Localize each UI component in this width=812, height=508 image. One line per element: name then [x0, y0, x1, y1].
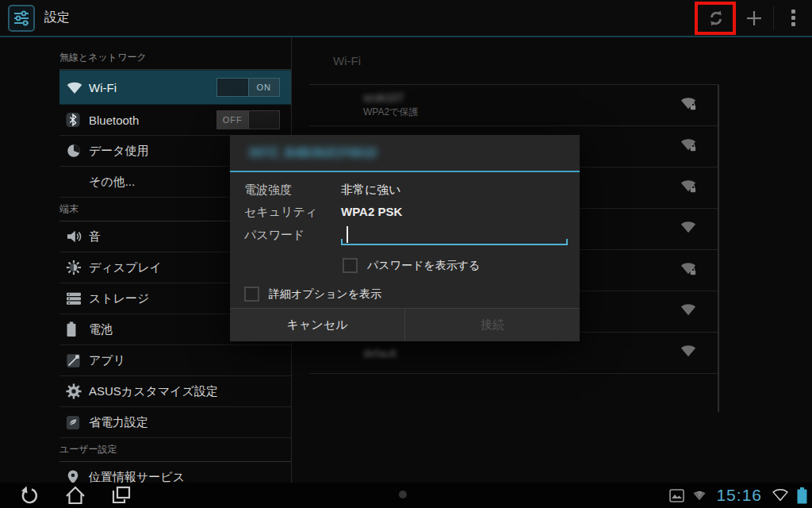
- network-ssid: scsk107: [363, 91, 404, 104]
- toggle-state-label: ON: [248, 79, 280, 96]
- section-user: ユーザー設定: [59, 438, 291, 462]
- network-ssid: default: [363, 347, 396, 360]
- screenshot-notification-icon: [669, 489, 684, 502]
- sidebar-item-label: 電池: [89, 322, 113, 337]
- connect-button[interactable]: 接続: [404, 309, 580, 341]
- refresh-icon: [707, 9, 726, 28]
- clock: 15:16: [716, 486, 762, 505]
- advanced-options-label: 詳細オプションを表示: [269, 287, 381, 302]
- wifi-panel-header: Wi-Fi: [309, 37, 718, 85]
- signal-strength-label: 電波強度: [244, 183, 341, 198]
- toggle-thumb: [217, 79, 248, 96]
- cancel-button[interactable]: キャンセル: [230, 309, 404, 341]
- home-button[interactable]: [57, 483, 94, 508]
- system-navigation-bar: ? 15:16: [0, 483, 812, 508]
- toggle-state-label: OFF: [217, 111, 249, 129]
- security-value: WPA2 PSK: [341, 205, 402, 220]
- sidebar-item-label: Bluetooth: [89, 114, 139, 127]
- toggle-thumb: [249, 111, 280, 129]
- location-pin-icon: [59, 469, 89, 483]
- apps-icon: [59, 353, 89, 368]
- plus-icon: [745, 9, 764, 28]
- wifi-signal-icon: [679, 220, 698, 239]
- overflow-menu-icon: [791, 10, 795, 26]
- sidebar-item-wifi[interactable]: Wi-Fi ON: [59, 70, 291, 105]
- sidebar-item-label: ASUSカスタマイズ設定: [89, 384, 218, 399]
- sidebar-item-label: 位置情報サービス: [89, 470, 185, 483]
- signal-strength-row: 電波強度 非常に強い: [230, 183, 580, 198]
- wifi-connect-dialog: 007Z_B4B362CF6610 電波強度 非常に強い セキュリティ WPA2…: [230, 135, 580, 341]
- wifi-signal-icon: [679, 302, 698, 321]
- sidebar-item-label: ディスプレイ: [89, 260, 162, 275]
- dialog-network-name: 007Z_B4B362CF6610: [249, 146, 377, 160]
- sidebar-item-bluetooth[interactable]: Bluetooth OFF: [59, 105, 291, 136]
- scrollbar[interactable]: [718, 85, 719, 412]
- page-title: 設定: [44, 10, 70, 26]
- gear-icon: [59, 383, 89, 399]
- text-cursor: [347, 226, 348, 243]
- wifi-signal-lock-icon: [679, 179, 698, 198]
- sidebar-item-label: データ使用: [89, 144, 149, 159]
- wifi-outline-icon: [771, 488, 790, 502]
- sidebar-item-power-save[interactable]: 省電力設定: [59, 407, 291, 438]
- display-brightness-icon: [59, 260, 89, 275]
- security-row: セキュリティ WPA2 PSK: [230, 205, 580, 220]
- dialog-title-bar: 007Z_B4B362CF6610: [230, 135, 580, 172]
- sidebar-item-label: 省電力設定: [89, 415, 148, 430]
- sidebar-item-asus-custom[interactable]: ASUSカスタマイズ設定: [59, 376, 291, 407]
- wifi-signal-lock-icon: [679, 96, 698, 115]
- sidebar-item-label: 音: [89, 229, 101, 244]
- storage-icon: [59, 291, 89, 306]
- sidebar-item-label: Wi-Fi: [89, 81, 117, 94]
- sidebar-item-label: その他...: [89, 175, 135, 190]
- svg-text:?: ?: [698, 489, 702, 497]
- home-icon: [65, 486, 86, 505]
- bluetooth-icon: [59, 112, 89, 128]
- power-save-leaf-icon: [59, 414, 89, 430]
- recent-apps-icon: [111, 486, 132, 505]
- security-label: セキュリティ: [244, 205, 341, 220]
- show-password-option[interactable]: パスワードを表示する: [343, 258, 480, 273]
- data-usage-icon: [59, 143, 89, 159]
- signal-strength-value: 非常に強い: [341, 183, 401, 198]
- status-tray[interactable]: ? 15:16: [669, 483, 807, 508]
- back-button[interactable]: [11, 483, 48, 508]
- overflow-menu-button[interactable]: [774, 0, 812, 36]
- wifi-signal-lock-icon: [679, 261, 698, 280]
- battery-icon: [59, 321, 89, 337]
- sound-icon: [59, 229, 89, 244]
- wifi-signal-lock-icon: [679, 137, 698, 156]
- sidebar-item-apps[interactable]: アプリ: [59, 345, 291, 376]
- show-password-checkbox[interactable]: [343, 258, 358, 273]
- sliders-icon: [12, 9, 31, 28]
- section-wireless: 無線とネットワーク: [59, 37, 291, 70]
- password-input[interactable]: [341, 225, 568, 245]
- network-security-label: WPA2で保護: [363, 106, 718, 119]
- android-settings-screen: { "app_bar": { "title": "設定", "refresh_i…: [0, 0, 812, 508]
- show-password-label: パスワードを表示する: [367, 259, 480, 273]
- wifi-network-row[interactable]: scsk107 WPA2で保護: [309, 85, 718, 126]
- sidebar-item-location[interactable]: 位置情報サービス: [59, 462, 291, 483]
- action-bar: 設定: [0, 0, 812, 37]
- wifi-signal-icon: [679, 344, 698, 363]
- wifi-icon: [59, 81, 89, 94]
- sidebar-item-label: ストレージ: [89, 291, 149, 306]
- dialog-button-bar: キャンセル 接続: [230, 308, 580, 341]
- back-icon: [19, 486, 40, 505]
- add-network-button[interactable]: [735, 0, 773, 36]
- wifi-toggle[interactable]: ON: [216, 78, 280, 97]
- sidebar-item-label: アプリ: [89, 353, 125, 368]
- password-label: パスワード: [244, 228, 341, 243]
- battery-status-icon: [797, 487, 807, 504]
- wifi-question-icon: ?: [691, 489, 707, 502]
- menu-hint-dot: [399, 491, 407, 498]
- advanced-options-checkbox[interactable]: [244, 287, 259, 302]
- refresh-button[interactable]: [697, 0, 735, 36]
- advanced-options-option[interactable]: 詳細オプションを表示: [244, 287, 381, 302]
- settings-app-icon: [8, 5, 35, 32]
- recents-button[interactable]: [103, 483, 140, 508]
- bluetooth-toggle[interactable]: OFF: [216, 110, 280, 129]
